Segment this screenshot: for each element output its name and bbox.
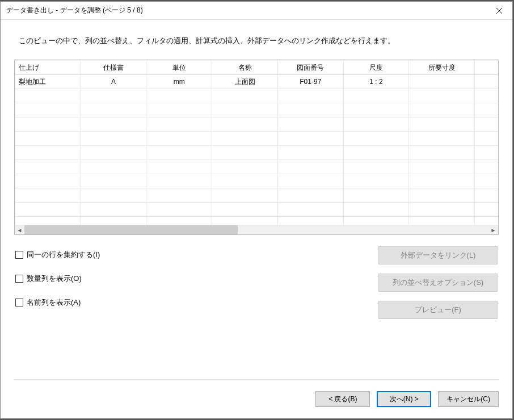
table-row[interactable] — [15, 203, 499, 217]
checkbox-box — [15, 275, 23, 283]
cell[interactable]: 山田 — [475, 75, 498, 89]
table-row[interactable] — [15, 89, 499, 103]
dialog-window: データ書き出し - データを調整 (ページ 5 / 8) このビューの中で、列の… — [0, 1, 513, 419]
back-button[interactable]: < 戻る(B) — [315, 391, 370, 407]
scroll-left-icon[interactable]: ◄ — [15, 225, 24, 235]
next-button[interactable]: 次へ(N) > — [377, 391, 431, 407]
cell[interactable]: mm — [146, 75, 212, 89]
cancel-button[interactable]: キャンセル(C) — [438, 391, 499, 407]
side-button-group: 外部データをリンク(L) 列の並べ替えオプション(S) プレビュー(F) — [378, 246, 498, 319]
checkbox-box — [15, 299, 23, 306]
table-row[interactable] — [15, 103, 499, 117]
checkbox-group: 同一の行を集約する(I) 数量列を表示(O) 名前列を表示(A) — [15, 246, 100, 319]
cell[interactable] — [409, 75, 475, 89]
cell[interactable]: 梨地加工 — [15, 75, 81, 89]
col-header[interactable]: 所要寸度 — [409, 61, 475, 75]
col-header[interactable]: 尺度 — [343, 61, 409, 75]
titlebar: データ書き出し - データを調整 (ページ 5 / 8) — [1, 2, 512, 20]
data-grid-container: 仕上げ 仕様書 単位 名称 図面番号 尺度 所要寸度 承認1 承 — [14, 60, 499, 235]
show-qty-column-checkbox[interactable]: 数量列を表示(O) — [15, 274, 100, 284]
cell[interactable]: A — [81, 75, 146, 89]
window-title: データ書き出し - データを調整 (ページ 5 / 8) — [6, 6, 486, 15]
col-header[interactable]: 承認1 — [475, 61, 498, 75]
link-external-data-button[interactable]: 外部データをリンク(L) — [378, 246, 498, 264]
data-grid[interactable]: 仕上げ 仕様書 単位 名称 図面番号 尺度 所要寸度 承認1 承 — [15, 60, 498, 225]
instruction-text: このビューの中で、列の並べ替え、フィルタの適用、計算式の挿入、外部データへのリン… — [14, 20, 499, 60]
checkbox-box — [15, 251, 23, 259]
table-row[interactable] — [15, 217, 499, 225]
column-sort-options-button[interactable]: 列の並べ替えオプション(S) — [378, 274, 498, 292]
table-row[interactable] — [15, 174, 499, 188]
scroll-track[interactable] — [24, 225, 488, 235]
table-row[interactable] — [15, 132, 499, 146]
footer-buttons: < 戻る(B) 次へ(N) > キャンセル(C) — [14, 379, 499, 418]
preview-button[interactable]: プレビュー(F) — [378, 301, 498, 319]
scroll-right-icon[interactable]: ► — [488, 225, 498, 235]
header-row: 仕上げ 仕様書 単位 名称 図面番号 尺度 所要寸度 承認1 承 — [15, 61, 499, 75]
horizontal-scrollbar[interactable]: ◄ ► — [15, 225, 498, 234]
checkbox-label: 名前列を表示(A) — [27, 297, 81, 308]
cell[interactable]: F01-97 — [277, 75, 343, 89]
table-row[interactable] — [15, 188, 499, 203]
mid-controls: 同一の行を集約する(I) 数量列を表示(O) 名前列を表示(A) 外部データをリ… — [14, 235, 499, 319]
col-header[interactable]: 仕上げ — [15, 61, 81, 75]
col-header[interactable]: 図面番号 — [277, 61, 343, 75]
col-header[interactable]: 単位 — [146, 61, 212, 75]
aggregate-rows-checkbox[interactable]: 同一の行を集約する(I) — [15, 250, 100, 260]
close-icon — [496, 8, 502, 14]
checkbox-label: 数量列を表示(O) — [27, 274, 82, 284]
checkbox-label: 同一の行を集約する(I) — [27, 250, 100, 260]
show-name-column-checkbox[interactable]: 名前列を表示(A) — [15, 297, 100, 308]
col-header[interactable]: 仕様書 — [81, 61, 146, 75]
cell[interactable]: 1 : 2 — [343, 75, 409, 89]
col-header[interactable]: 名称 — [212, 61, 278, 75]
content-area: このビューの中で、列の並べ替え、フィルタの適用、計算式の挿入、外部データへのリン… — [1, 20, 512, 366]
cell[interactable]: 上面図 — [212, 75, 278, 89]
close-button[interactable] — [486, 2, 512, 20]
table-row[interactable] — [15, 117, 499, 132]
scroll-thumb[interactable] — [24, 225, 238, 235]
table-row[interactable]: 梨地加工 A mm 上面図 F01-97 1 : 2 山田 — [15, 75, 499, 89]
table-row[interactable] — [15, 160, 499, 174]
table-row[interactable] — [15, 146, 499, 160]
